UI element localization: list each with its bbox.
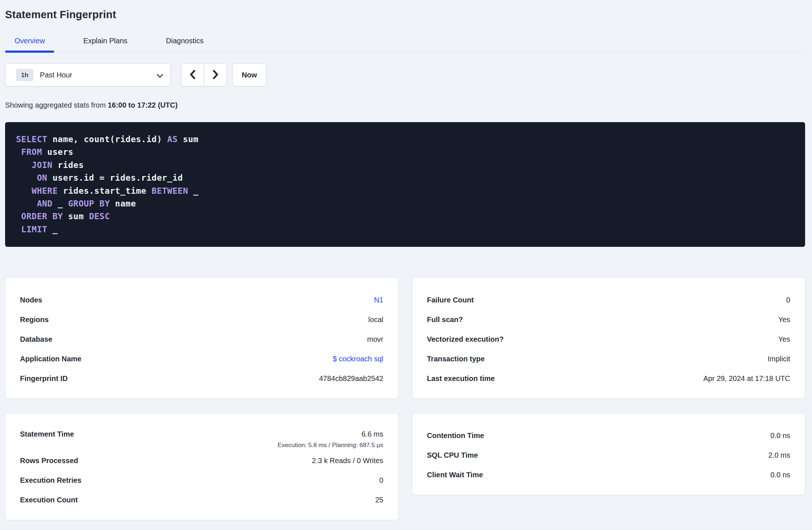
info-row: Client Wait Time0.0 ns: [427, 465, 791, 485]
sql-text: [16, 160, 32, 170]
sql-line: WHERE rides.start_time BETWEEN _: [16, 185, 794, 197]
statement-fingerprint-page: Statement Fingerprint Overview Explain P…: [0, 0, 812, 520]
info-value-wrap: local: [368, 316, 383, 324]
info-row: Contention Time0.0 ns: [427, 426, 791, 445]
tab-bar: Overview Explain Plans Diagnostics: [5, 37, 805, 52]
info-row: SQL CPU Time2.0 ms: [427, 445, 791, 465]
info-value-wrap: Yes: [778, 335, 790, 344]
time-step-buttons: [181, 63, 227, 87]
info-label: Statement Time: [20, 430, 74, 438]
info-label: Database: [20, 335, 52, 344]
sql-line: LIMIT _: [16, 223, 794, 236]
info-value-wrap: 25: [375, 496, 383, 504]
info-label: Failure Count: [427, 296, 474, 304]
info-value-wrap: 0: [786, 296, 790, 304]
sql-keyword: FROM: [21, 147, 42, 157]
info-value: Implicit: [768, 355, 790, 363]
chevron-right-icon: [212, 69, 220, 81]
sql-line: AND _ GROUP BY name: [16, 197, 794, 210]
sql-keyword: SELECT: [16, 134, 47, 144]
sql-text: name: [110, 199, 136, 208]
info-row: NodesN1: [20, 290, 383, 310]
aggregated-stats-prefix: Showing aggregated stats from: [5, 101, 108, 109]
time-controls: 1h Past Hour Now: [5, 63, 805, 87]
sql-text: [16, 212, 21, 221]
info-label: Application Name: [20, 355, 81, 363]
sql-text: rides: [52, 160, 84, 170]
info-value: local: [368, 316, 383, 324]
info-value-wrap: 0: [379, 476, 383, 485]
info-row: Statement Time6.6 msExecution: 5.8 ms / …: [20, 426, 383, 451]
info-row: Execution Retries0: [20, 470, 383, 490]
info-value-wrap: Yes: [778, 316, 790, 324]
info-label: Transaction type: [427, 355, 485, 363]
sql-line: FROM users: [16, 146, 794, 158]
info-value-link[interactable]: $ cockroach sql: [333, 355, 383, 363]
next-time-button[interactable]: [204, 64, 226, 86]
info-value: 0: [786, 296, 790, 304]
info-label: Execution Count: [20, 496, 78, 504]
aggregated-stats-text: Showing aggregated stats from 16:00 to 1…: [5, 101, 805, 109]
sql-text: sum: [178, 134, 198, 144]
sql-keyword: WHERE: [32, 186, 58, 196]
info-value: 0: [379, 476, 383, 485]
info-label: Full scan?: [427, 316, 463, 324]
tab-explain-plans[interactable]: Explain Plans: [74, 37, 137, 52]
info-row: Application Name$ cockroach sql: [20, 349, 383, 369]
info-row: Failure Count0: [427, 290, 791, 310]
sql-line: SELECT name, count(rides.id) AS sum: [16, 133, 794, 146]
info-value: 0.0 ns: [771, 471, 790, 479]
sql-statement-box: SELECT name, count(rides.id) AS sum FROM…: [5, 122, 805, 247]
sql-text: [16, 173, 37, 182]
sql-keyword: LIMIT: [21, 225, 47, 234]
now-button[interactable]: Now: [232, 63, 266, 87]
info-label: SQL CPU Time: [427, 451, 478, 459]
tab-overview[interactable]: Overview: [5, 37, 54, 52]
info-value-link[interactable]: N1: [374, 296, 383, 304]
card-execution-attributes: Failure Count0Full scan?YesVectorized ex…: [412, 277, 805, 399]
sql-text: sum: [63, 212, 89, 221]
info-label: Contention Time: [427, 431, 484, 440]
info-row: Rows Processed2.3 k Reads / 0 Writes: [20, 451, 383, 470]
info-label: Last execution time: [427, 374, 495, 383]
sql-text: rides.start_time: [58, 186, 152, 196]
info-label: Fingerprint ID: [20, 374, 68, 383]
sql-keyword: AND: [37, 199, 52, 208]
info-label: Nodes: [20, 296, 42, 304]
info-row: Execution Count25: [20, 490, 383, 510]
sql-keyword: ON: [37, 173, 47, 182]
info-value: 0.0 ns: [771, 431, 790, 440]
sql-keyword: BETWEEN: [152, 186, 188, 196]
summary-cards: NodesN1RegionslocalDatabasemovrApplicati…: [5, 277, 805, 520]
sql-text: _: [188, 186, 198, 196]
sql-text: [16, 186, 32, 196]
chevron-down-icon: [157, 73, 163, 80]
sql-text: _: [52, 199, 68, 208]
aggregated-stats-range: 16:00 to 17:22 (UTC): [108, 101, 177, 109]
info-row: Transaction typeImplicit: [427, 349, 791, 369]
prev-time-button[interactable]: [181, 64, 204, 86]
sql-line: ORDER BY sum DESC: [16, 210, 794, 223]
info-value-wrap: Implicit: [768, 355, 790, 363]
info-label: Regions: [20, 316, 49, 324]
info-value: 25: [375, 496, 383, 504]
info-row: Vectorized execution?Yes: [427, 329, 791, 349]
card-time-stats: Contention Time0.0 nsSQL CPU Time2.0 msC…: [412, 413, 805, 495]
info-subvalue: Execution: 5.8 ms / Planning: 687.5 µs: [278, 442, 383, 449]
info-value-wrap: $ cockroach sql: [333, 355, 383, 363]
info-value: Apr 29, 2024 at 17:18 UTC: [703, 374, 790, 383]
info-row: Fingerprint ID4784cb829aab2542: [20, 369, 383, 388]
info-label: Execution Retries: [20, 476, 81, 485]
sql-keyword: GROUP BY: [68, 199, 110, 208]
info-label: Client Wait Time: [427, 471, 483, 479]
page-title: Statement Fingerprint: [5, 9, 805, 21]
sql-text: [16, 147, 21, 157]
time-interval-picker[interactable]: 1h Past Hour: [5, 63, 171, 87]
info-value-wrap: 0.0 ns: [771, 471, 790, 479]
sql-line: JOIN rides: [16, 159, 794, 172]
info-value: Yes: [778, 316, 790, 324]
sql-text: users.id = rides.rider_id: [47, 173, 183, 182]
tab-diagnostics[interactable]: Diagnostics: [157, 37, 213, 52]
sql-text: name, count(rides.id): [47, 134, 167, 144]
sql-keyword: JOIN: [32, 160, 52, 170]
